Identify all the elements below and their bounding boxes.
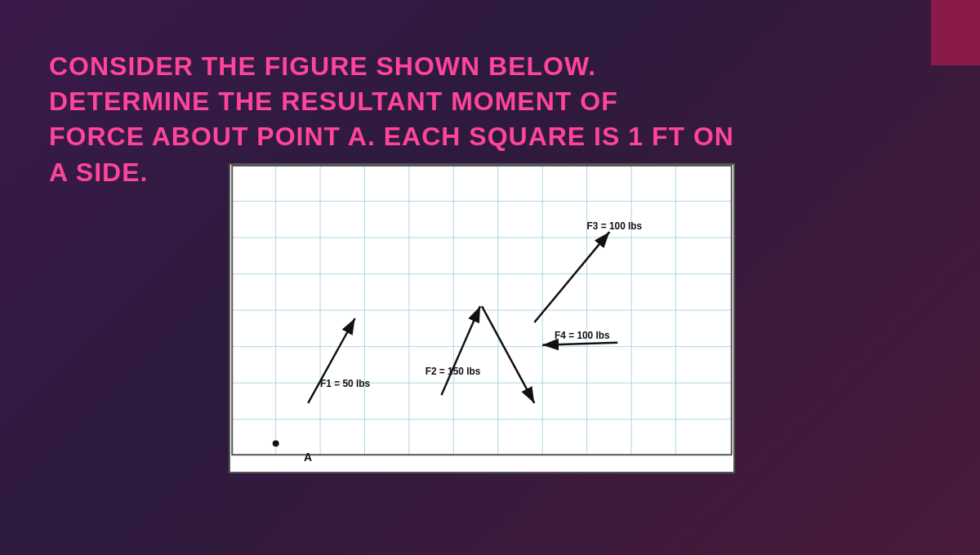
title-line3: FORCE ABOUT POINT A. EACH SQUARE IS 1 FT… [49, 122, 734, 151]
svg-line-23 [534, 232, 609, 322]
svg-text:F3 = 100 lbs: F3 = 100 lbs [587, 220, 643, 232]
accent-bar [931, 0, 980, 65]
svg-text:F1 = 50 lbs: F1 = 50 lbs [320, 378, 370, 389]
svg-text:F4 = 100 lbs: F4 = 100 lbs [555, 330, 610, 341]
title-line1: CONSIDER THE FIGURE SHOWN BELOW. [49, 51, 596, 81]
svg-line-25 [542, 343, 617, 345]
svg-point-28 [273, 440, 279, 446]
svg-line-21 [442, 306, 480, 395]
title-line2: DETERMINE THE RESULTANT MOMENT OF [49, 87, 618, 116]
svg-line-19 [308, 318, 354, 403]
svg-line-27 [482, 306, 534, 403]
title-line4: A SIDE. [49, 158, 148, 187]
point-a-label: A [304, 451, 312, 464]
svg-text:F2 = 150 lbs: F2 = 150 lbs [425, 366, 481, 377]
force-diagram: F1 = 50 lbs F2 = 150 lbs F3 = 100 lbs F4… [229, 163, 735, 473]
